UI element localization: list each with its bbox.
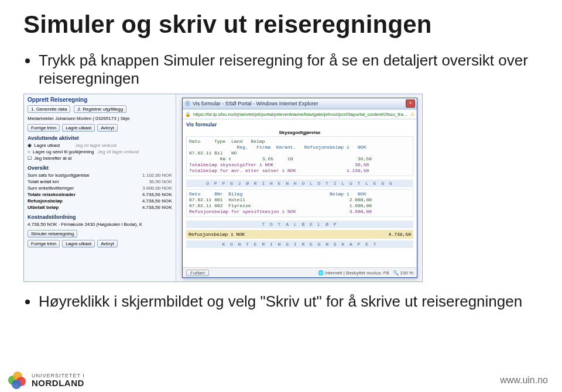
bullet-2: Høyreklikk i skjermbildet og velg "Skriv… <box>39 293 539 311</box>
utlegg-table: Dato BNr Bilag Beløp i NOK 07.02.11 001 … <box>186 189 413 217</box>
popup-titlebar: ⓔ Vis formular - SSØ Portal - Windows In… <box>183 98 417 109</box>
skyss-header: Skyssgodtgjørelse <box>186 130 413 135</box>
step-1-label: Generelle data <box>36 106 67 112</box>
band-totalbelop: T O T A L B E L Ø P <box>186 221 413 228</box>
t1-tot2: Totalbeløp for avr. etter satser i NOK 1… <box>189 168 369 173</box>
row-antkm-value: 36,50 NOK <box>149 179 172 184</box>
status-internet-text: Internett | Beskyttet modus: På <box>325 270 389 276</box>
row-kvitt-value: 3.600,00 NOK <box>142 185 172 191</box>
wizard-steps: 1. Generelle data 2. Registrer utg/tille… <box>28 105 172 113</box>
t1-r1: 07.02.11 Bil NO <box>189 150 237 156</box>
bullet-1-a: Trykk på knappen <box>39 51 163 69</box>
row-kost-value: 1.102,00 NOK <box>142 173 172 178</box>
radio-save-draft[interactable]: ◉ Lagre utkast Jeg vil lagre omkost <box>28 142 172 149</box>
row-paid-value: 4.738,50 NOK <box>142 205 172 210</box>
skyss-table: Dato Type Land Beløp Reg. Firma Km/ant. … <box>186 136 413 176</box>
internet-icon: 🌐 <box>318 270 324 276</box>
band-oppgjor: O P P G J Ø R I H E N H O L D T I L U T … <box>186 180 413 187</box>
popup-window: ⓔ Vis formular - SSØ Portal - Windows In… <box>182 98 417 278</box>
close-icon[interactable]: × <box>406 99 415 108</box>
ie-icon: ⓔ <box>185 100 190 108</box>
radio-save-desc: Jeg vil lagre omkost <box>76 143 117 148</box>
save-draft-button[interactable]: Lagre utkast <box>62 124 95 132</box>
step-2-num: 2. <box>77 106 81 112</box>
cancel-button[interactable]: Avbryt <box>97 124 118 132</box>
costassign-line: 4.738,50 NOK · Firmakode 2430 (Høgskolen… <box>28 222 142 227</box>
t2-r1: 07.02.11 001 Hotell 2.000,00 <box>189 197 372 202</box>
checkbox-icon: ☐ <box>28 156 32 161</box>
row-paid-label: Utbetalt beløp <box>28 205 59 210</box>
finishing-activity-header: Avsluttende aktivitet <box>28 135 172 141</box>
embedded-screenshot: Opprett Reiseregning 1. Generelle data 2… <box>23 94 423 282</box>
status-zoom: 100 % <box>400 270 413 276</box>
row-kvitt-label: Sum enkeltkvitteringer <box>28 185 74 191</box>
warning-icon: ⚠ <box>410 112 414 117</box>
radio-empty-icon: ○ <box>28 149 30 154</box>
vis-formular-title: Vis formular <box>186 122 413 128</box>
popup-title-text: Vis formular - SSØ Portal - Windows Inte… <box>193 101 318 106</box>
radio-save-label: Lagre utkast <box>34 143 60 148</box>
row-refund-label: Refusjonsbeløp <box>28 198 63 204</box>
uin-logo: UNIVERSITETET I NORDLAND <box>8 372 85 389</box>
step-2-label: Registrer utg/tillegg <box>83 106 123 112</box>
t1-tot1: Totalbeløp skyssutgifter i NOK 36,50 <box>189 162 369 167</box>
opprett-reiseregning-header: Opprett Reiseregning <box>28 97 172 103</box>
wizard-step-2[interactable]: 2. Registrer utg/tillegg <box>74 105 126 113</box>
band-kontering: K O N T E R I N G I R E G N S K A P E T <box>186 240 413 248</box>
cancel-button-2[interactable]: Avbryt <box>97 240 118 247</box>
radio-dot-icon: ◉ <box>28 143 32 148</box>
popup-url-text: https://fsi.lp.sfso.no/irj/servlet/prt/p… <box>193 112 408 117</box>
popup-addressbar[interactable]: 🔒 https://fsi.lp.sfso.no/irj/servlet/prt… <box>183 109 417 119</box>
bullet-1-b: Simuler reiseregning <box>163 51 303 69</box>
t2-r2: 07.02.11 002 Flyreise 1.600,00 <box>189 203 372 208</box>
radio-send-approval[interactable]: ○ Lagre og send til godkjenning Jeg vil … <box>28 149 172 155</box>
refund-value: 4.738,50 <box>389 232 411 237</box>
sap-left-panel: Opprett Reiseregning 1. Generelle data 2… <box>24 94 176 281</box>
costassign-header: Kostnadstilordning <box>28 214 172 220</box>
row-refund-value: 4.738,50 NOK <box>142 198 172 204</box>
employee-label: Medarbeider Johansen Morten ( 03265173 )… <box>28 116 129 121</box>
t2-tot: Refusjonsbeløp for spesifikasjon i NOK 3… <box>189 209 372 214</box>
save-draft-button-2[interactable]: Lagre utkast <box>62 240 95 247</box>
done-button[interactable]: Fullført <box>186 270 209 276</box>
popup-body: Vis formular Skyssgodtgjørelse Dato Type… <box>183 119 417 267</box>
radio-send-desc: Jeg vil lagre omkost <box>98 149 139 154</box>
uin-logo-mark <box>8 372 26 389</box>
confirm-label: Jeg bekrefter at al <box>34 156 71 161</box>
refund-highlight-row: Refusjonsbeløp i NOK 4.738,50 <box>186 230 413 239</box>
prev-step-button[interactable]: Forrige trinn <box>28 124 60 132</box>
confirm-row[interactable]: ☐ Jeg bekrefter at al <box>28 155 172 161</box>
t2-head: Dato BNr Bilag Beløp i NOK <box>189 191 366 197</box>
radio-send-label: Lagre og send til godkjenning <box>33 149 94 154</box>
employee-line: Medarbeider Johansen Morten ( 03265173 )… <box>28 115 172 122</box>
refund-label: Refusjonsbeløp i NOK <box>189 232 245 237</box>
logo-line2: NORDLAND <box>32 379 85 387</box>
prev-step-button-2[interactable]: Forrige trinn <box>28 240 60 247</box>
lock-icon: 🔒 <box>185 112 191 117</box>
row-kost-label: Sum sats for kostgodtgjørelse <box>28 173 90 178</box>
popup-statusbar: Fullført 🌐 Internett | Beskyttet modus: … <box>183 267 417 277</box>
slide-title: Simuler og skriv ut reiseregningen <box>23 11 539 39</box>
row-total-label: Totale reisekostnader <box>28 192 76 197</box>
step-1-num: 1. <box>31 106 35 112</box>
footer-url: www.uin.no <box>500 375 548 386</box>
t1-head2: Reg. Firma Km/ant. Refusjonsbeløp i NOK <box>189 145 366 150</box>
simulate-button[interactable]: Simuler reiseregning <box>28 230 77 238</box>
row-total-value: 4.738,50 NOK <box>142 192 172 197</box>
slide-footer: UNIVERSITETET I NORDLAND www.uin.no <box>0 371 562 392</box>
t1-head: Dato Type Land Beløp <box>189 139 265 144</box>
wizard-step-1[interactable]: 1. Generelle data <box>28 105 70 113</box>
bullet-1: Trykk på knappen Simuler reiseregning fo… <box>39 51 539 88</box>
row-antkm-label: Totalt antall km <box>28 179 59 184</box>
t1-r2: Km t 3,65 10 36,50 <box>189 156 372 161</box>
overview-header: Oversikt <box>28 165 172 171</box>
